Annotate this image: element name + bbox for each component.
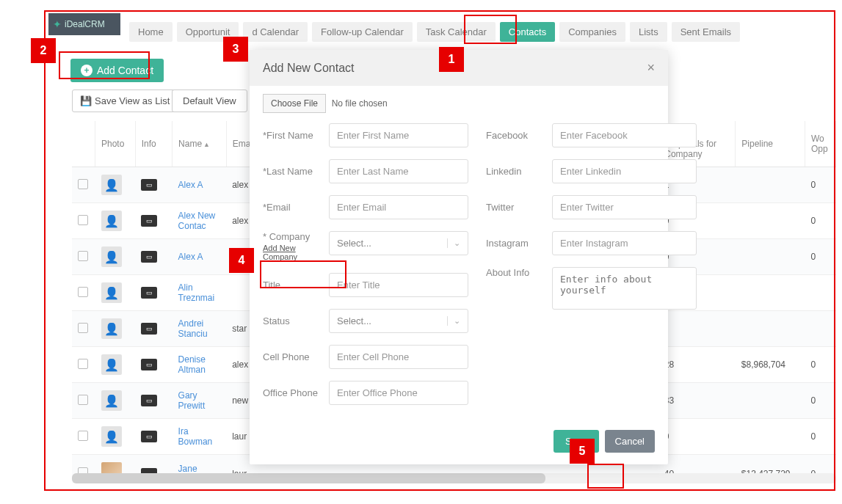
office-phone-input[interactable] <box>329 381 468 405</box>
last-name-input[interactable] <box>329 159 468 183</box>
facebook-input[interactable] <box>552 123 697 147</box>
nav-tab-contacts[interactable]: Contacts <box>500 22 555 42</box>
avatar: 👤 <box>101 211 122 231</box>
add-contact-modal: Add New Contact × Choose File No file ch… <box>250 50 668 464</box>
status-select[interactable]: Select... ⌄ <box>329 309 468 333</box>
label-facebook: Facebook <box>486 130 552 141</box>
avatar: 👤 <box>101 175 122 195</box>
main-nav: HomeOpportunitd CalendarFollow-up Calend… <box>129 22 740 42</box>
instagram-input[interactable] <box>552 231 697 255</box>
col-photo[interactable]: Photo <box>95 121 136 167</box>
label-twitter: Twitter <box>486 202 552 213</box>
nav-tab-follow-up-calendar[interactable]: Follow-up Calendar <box>312 22 413 42</box>
col-won-opp[interactable]: Wo Opp <box>805 121 835 167</box>
cell-pipeline <box>736 275 805 311</box>
cell-pipeline <box>736 239 805 275</box>
label-company: * Company Add New Company <box>263 231 329 261</box>
add-contact-label: Add Contact <box>97 65 153 76</box>
info-card-icon[interactable]: ▭ <box>141 323 157 335</box>
row-checkbox[interactable] <box>78 359 88 369</box>
label-office: Office Phone <box>263 387 329 398</box>
avatar: 👤 <box>101 354 122 375</box>
info-card-icon[interactable]: ▭ <box>141 179 157 191</box>
linkedin-input[interactable] <box>552 159 697 183</box>
cell-won: 0 <box>805 383 835 419</box>
row-checkbox[interactable] <box>78 287 88 297</box>
row-checkbox[interactable] <box>78 431 88 441</box>
avatar: 👤 <box>101 282 122 303</box>
cancel-button[interactable]: Cancel <box>605 430 655 453</box>
row-checkbox[interactable] <box>78 251 88 261</box>
add-new-company-link[interactable]: Add New Company <box>263 244 329 261</box>
info-card-icon[interactable]: ▭ <box>141 359 157 370</box>
label-last-name: *Last Name <box>263 166 329 177</box>
cell-won: 0 <box>805 419 835 455</box>
contact-name-link[interactable]: Gary Prewitt <box>178 390 206 411</box>
col-pipeline[interactable]: Pipeline <box>736 121 805 167</box>
contact-name-link[interactable]: Alin Treznmai <box>178 282 215 303</box>
horizontal-scrollbar-thumb[interactable] <box>72 473 545 483</box>
info-card-icon[interactable]: ▭ <box>141 287 157 299</box>
contact-name-link[interactable]: Alex A <box>178 252 203 262</box>
brand-text: iDealCRM <box>65 19 105 29</box>
cell-active: 0 <box>658 419 736 455</box>
cell-pipeline <box>736 383 805 419</box>
contact-name-link[interactable]: Alex A <box>178 180 203 190</box>
close-icon[interactable]: × <box>647 60 655 76</box>
cell-won: 0 <box>805 167 835 203</box>
twitter-input[interactable] <box>552 195 697 219</box>
company-select[interactable]: Select... ⌄ <box>329 231 468 255</box>
chevron-down-icon: ⌄ <box>447 238 460 248</box>
info-card-icon[interactable]: ▭ <box>141 395 157 406</box>
save-view-label: Save View as List <box>95 95 170 106</box>
chevron-down-icon: ⌄ <box>447 316 460 326</box>
contact-name-link[interactable]: Andrei Stanciu <box>178 318 208 339</box>
about-textarea[interactable] <box>552 267 697 310</box>
contact-name-link[interactable]: Ira Bowman <box>178 426 213 447</box>
row-checkbox[interactable] <box>78 215 88 225</box>
col-name[interactable]: Name▲ <box>173 121 227 167</box>
label-linkedin: Linkedin <box>486 166 552 177</box>
cell-pipeline <box>736 203 805 239</box>
email-input[interactable] <box>329 195 468 219</box>
add-contact-button[interactable]: + Add Contact <box>70 59 164 82</box>
row-checkbox[interactable] <box>78 323 88 333</box>
contact-name-link[interactable]: Alex New Contac <box>178 211 216 231</box>
cell-won <box>805 311 835 347</box>
nav-tab-sent-emails[interactable]: Sent Emails <box>672 22 740 42</box>
brand-icon: ✦ <box>53 18 62 30</box>
contact-name-link[interactable]: Denise Altman <box>178 354 206 375</box>
nav-tab-d-calendar[interactable]: d Calendar <box>243 22 308 42</box>
nav-tab-home[interactable]: Home <box>129 22 173 42</box>
choose-file-button[interactable]: Choose File <box>263 94 326 113</box>
nav-tab-lists[interactable]: Lists <box>630 22 667 42</box>
horizontal-scrollbar[interactable] <box>72 473 836 483</box>
save-icon: 💾 <box>80 95 92 106</box>
brand-logo-bar: ✦ iDealCRM <box>48 13 120 35</box>
save-view-button[interactable]: 💾 Save View as List <box>72 90 178 112</box>
cell-pipeline <box>736 419 805 455</box>
title-input[interactable] <box>329 273 468 297</box>
default-view-label: Default View <box>183 95 236 106</box>
info-card-icon[interactable]: ▭ <box>141 431 157 442</box>
cell-won: 0 <box>805 347 835 383</box>
label-about: About Info <box>486 267 552 278</box>
cell-pipeline: $8,968,704 <box>736 347 805 383</box>
nav-tab-task-calendar[interactable]: Task Calendar <box>417 22 496 42</box>
col-info[interactable]: Info <box>135 121 172 167</box>
info-card-icon[interactable]: ▭ <box>141 251 157 263</box>
first-name-input[interactable] <box>329 123 468 147</box>
row-checkbox[interactable] <box>78 179 88 189</box>
row-checkbox[interactable] <box>78 395 88 405</box>
cell-won: 0 <box>805 203 835 239</box>
label-email: *Email <box>263 202 329 213</box>
sort-asc-icon: ▲ <box>203 141 210 148</box>
default-view-button[interactable]: Default View <box>172 90 247 112</box>
cell-won <box>805 275 835 311</box>
nav-tab-companies[interactable]: Companies <box>559 22 625 42</box>
avatar: 👤 <box>101 246 122 267</box>
cell-pipeline <box>736 311 805 347</box>
plus-icon: + <box>81 65 92 76</box>
cell-phone-input[interactable] <box>329 345 468 369</box>
info-card-icon[interactable]: ▭ <box>141 215 157 227</box>
